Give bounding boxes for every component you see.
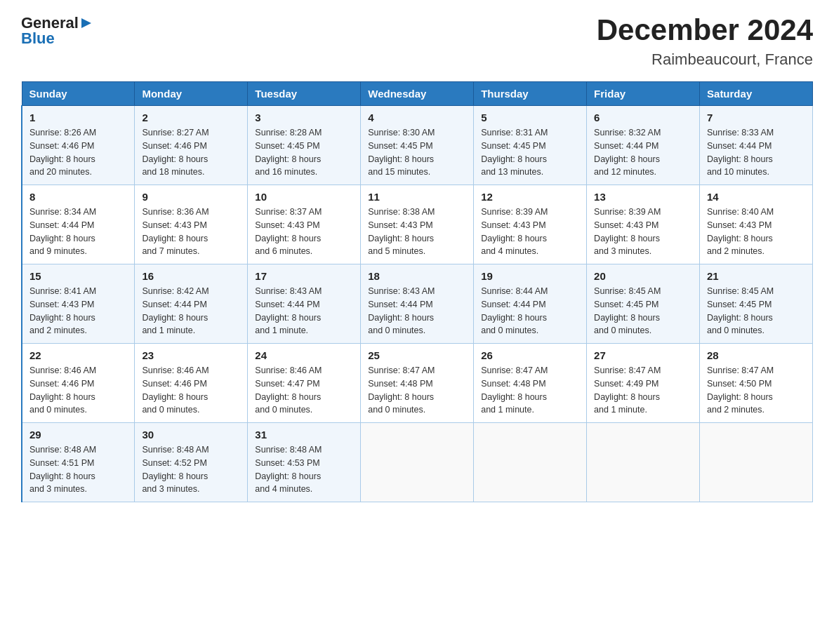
- day-info: Sunrise: 8:28 AM Sunset: 4:45 PM Dayligh…: [255, 126, 353, 179]
- day-info: Sunrise: 8:38 AM Sunset: 4:43 PM Dayligh…: [368, 206, 466, 258]
- day-number: 10: [255, 191, 353, 203]
- day-number: 23: [142, 349, 240, 361]
- day-cell: 27 Sunrise: 8:47 AM Sunset: 4:49 PM Dayl…: [587, 344, 700, 423]
- day-cell: 29 Sunrise: 8:48 AM Sunset: 4:51 PM Dayl…: [22, 423, 135, 502]
- day-cell: 1 Sunrise: 8:26 AM Sunset: 4:46 PM Dayli…: [22, 106, 135, 185]
- day-number: 13: [594, 191, 692, 203]
- day-number: 3: [255, 112, 353, 123]
- day-cell: 16 Sunrise: 8:42 AM Sunset: 4:44 PM Dayl…: [135, 264, 248, 344]
- day-info: Sunrise: 8:45 AM Sunset: 4:45 PM Dayligh…: [707, 285, 805, 337]
- day-number: 17: [255, 270, 353, 282]
- day-info: Sunrise: 8:30 AM Sunset: 4:45 PM Dayligh…: [368, 126, 466, 179]
- day-info: Sunrise: 8:47 AM Sunset: 4:48 PM Dayligh…: [368, 364, 466, 417]
- week-row-3: 15 Sunrise: 8:41 AM Sunset: 4:43 PM Dayl…: [22, 264, 813, 344]
- week-row-5: 29 Sunrise: 8:48 AM Sunset: 4:51 PM Dayl…: [22, 423, 813, 502]
- day-cell: 23 Sunrise: 8:46 AM Sunset: 4:46 PM Dayl…: [135, 344, 248, 423]
- header-cell-tuesday: Tuesday: [248, 82, 361, 106]
- day-cell: [587, 423, 700, 502]
- day-cell: 7 Sunrise: 8:33 AM Sunset: 4:44 PM Dayli…: [700, 106, 813, 185]
- day-info: Sunrise: 8:42 AM Sunset: 4:44 PM Dayligh…: [142, 285, 240, 337]
- day-info: Sunrise: 8:48 AM Sunset: 4:52 PM Dayligh…: [142, 443, 240, 496]
- logo-triangle-icon: [80, 17, 93, 29]
- day-number: 24: [255, 349, 353, 361]
- title-block: December 2024 Raimbeaucourt, France: [597, 14, 813, 69]
- day-number: 12: [481, 191, 579, 203]
- day-number: 7: [707, 112, 805, 123]
- day-info: Sunrise: 8:47 AM Sunset: 4:50 PM Dayligh…: [707, 364, 805, 417]
- header-cell-thursday: Thursday: [474, 82, 587, 106]
- day-info: Sunrise: 8:40 AM Sunset: 4:43 PM Dayligh…: [707, 206, 805, 258]
- day-number: 25: [368, 349, 466, 361]
- day-number: 2: [142, 112, 240, 123]
- week-row-1: 1 Sunrise: 8:26 AM Sunset: 4:46 PM Dayli…: [22, 106, 813, 185]
- day-number: 16: [142, 270, 240, 282]
- day-info: Sunrise: 8:33 AM Sunset: 4:44 PM Dayligh…: [707, 126, 805, 179]
- day-number: 9: [142, 191, 240, 203]
- day-number: 11: [368, 191, 466, 203]
- day-cell: 15 Sunrise: 8:41 AM Sunset: 4:43 PM Dayl…: [22, 264, 135, 344]
- day-cell: 21 Sunrise: 8:45 AM Sunset: 4:45 PM Dayl…: [700, 264, 813, 344]
- day-cell: 8 Sunrise: 8:34 AM Sunset: 4:44 PM Dayli…: [22, 185, 135, 264]
- day-info: Sunrise: 8:47 AM Sunset: 4:48 PM Dayligh…: [481, 364, 579, 417]
- header-cell-saturday: Saturday: [700, 82, 813, 106]
- header-cell-friday: Friday: [587, 82, 700, 106]
- day-info: Sunrise: 8:48 AM Sunset: 4:53 PM Dayligh…: [255, 443, 353, 496]
- page-header: General Blue December 2024 Raimbeaucourt…: [21, 14, 813, 69]
- day-info: Sunrise: 8:41 AM Sunset: 4:43 PM Dayligh…: [29, 285, 127, 337]
- day-info: Sunrise: 8:46 AM Sunset: 4:47 PM Dayligh…: [255, 364, 353, 417]
- logo: General Blue: [21, 14, 93, 48]
- day-cell: 28 Sunrise: 8:47 AM Sunset: 4:50 PM Dayl…: [700, 344, 813, 423]
- header-cell-wednesday: Wednesday: [361, 82, 474, 106]
- day-cell: 22 Sunrise: 8:46 AM Sunset: 4:46 PM Dayl…: [22, 344, 135, 423]
- day-info: Sunrise: 8:31 AM Sunset: 4:45 PM Dayligh…: [481, 126, 579, 179]
- calendar-subtitle: Raimbeaucourt, France: [597, 51, 813, 69]
- day-cell: 20 Sunrise: 8:45 AM Sunset: 4:45 PM Dayl…: [587, 264, 700, 344]
- day-info: Sunrise: 8:47 AM Sunset: 4:49 PM Dayligh…: [594, 364, 692, 417]
- day-info: Sunrise: 8:43 AM Sunset: 4:44 PM Dayligh…: [255, 285, 353, 337]
- week-row-2: 8 Sunrise: 8:34 AM Sunset: 4:44 PM Dayli…: [22, 185, 813, 264]
- day-number: 22: [29, 349, 127, 361]
- day-cell: 4 Sunrise: 8:30 AM Sunset: 4:45 PM Dayli…: [361, 106, 474, 185]
- svg-marker-0: [81, 18, 91, 28]
- day-number: 20: [594, 270, 692, 282]
- week-row-4: 22 Sunrise: 8:46 AM Sunset: 4:46 PM Dayl…: [22, 344, 813, 423]
- day-info: Sunrise: 8:39 AM Sunset: 4:43 PM Dayligh…: [481, 206, 579, 258]
- day-number: 6: [594, 112, 692, 123]
- day-number: 4: [368, 112, 466, 123]
- day-cell: 25 Sunrise: 8:47 AM Sunset: 4:48 PM Dayl…: [361, 344, 474, 423]
- day-number: 18: [368, 270, 466, 282]
- day-number: 28: [707, 349, 805, 361]
- day-number: 21: [707, 270, 805, 282]
- day-number: 31: [255, 429, 353, 441]
- day-cell: 14 Sunrise: 8:40 AM Sunset: 4:43 PM Dayl…: [700, 185, 813, 264]
- day-info: Sunrise: 8:36 AM Sunset: 4:43 PM Dayligh…: [142, 206, 240, 258]
- day-cell: 26 Sunrise: 8:47 AM Sunset: 4:48 PM Dayl…: [474, 344, 587, 423]
- day-cell: [700, 423, 813, 502]
- day-cell: 3 Sunrise: 8:28 AM Sunset: 4:45 PM Dayli…: [248, 106, 361, 185]
- day-number: 19: [481, 270, 579, 282]
- day-cell: [361, 423, 474, 502]
- header-row: SundayMondayTuesdayWednesdayThursdayFrid…: [22, 82, 813, 106]
- day-cell: 9 Sunrise: 8:36 AM Sunset: 4:43 PM Dayli…: [135, 185, 248, 264]
- day-info: Sunrise: 8:43 AM Sunset: 4:44 PM Dayligh…: [368, 285, 466, 337]
- day-number: 8: [29, 191, 127, 203]
- day-cell: 5 Sunrise: 8:31 AM Sunset: 4:45 PM Dayli…: [474, 106, 587, 185]
- day-number: 27: [594, 349, 692, 361]
- day-cell: 10 Sunrise: 8:37 AM Sunset: 4:43 PM Dayl…: [248, 185, 361, 264]
- day-cell: 2 Sunrise: 8:27 AM Sunset: 4:46 PM Dayli…: [135, 106, 248, 185]
- day-cell: 11 Sunrise: 8:38 AM Sunset: 4:43 PM Dayl…: [361, 185, 474, 264]
- day-number: 29: [29, 429, 127, 441]
- day-number: 26: [481, 349, 579, 361]
- day-number: 30: [142, 429, 240, 441]
- day-info: Sunrise: 8:46 AM Sunset: 4:46 PM Dayligh…: [142, 364, 240, 417]
- day-number: 5: [481, 112, 579, 123]
- day-info: Sunrise: 8:46 AM Sunset: 4:46 PM Dayligh…: [29, 364, 127, 417]
- day-cell: 19 Sunrise: 8:44 AM Sunset: 4:44 PM Dayl…: [474, 264, 587, 344]
- day-number: 1: [29, 112, 127, 123]
- calendar-title: December 2024: [597, 14, 813, 46]
- day-info: Sunrise: 8:32 AM Sunset: 4:44 PM Dayligh…: [594, 126, 692, 179]
- day-cell: [474, 423, 587, 502]
- calendar-body: 1 Sunrise: 8:26 AM Sunset: 4:46 PM Dayli…: [22, 106, 813, 502]
- day-cell: 18 Sunrise: 8:43 AM Sunset: 4:44 PM Dayl…: [361, 264, 474, 344]
- day-cell: 24 Sunrise: 8:46 AM Sunset: 4:47 PM Dayl…: [248, 344, 361, 423]
